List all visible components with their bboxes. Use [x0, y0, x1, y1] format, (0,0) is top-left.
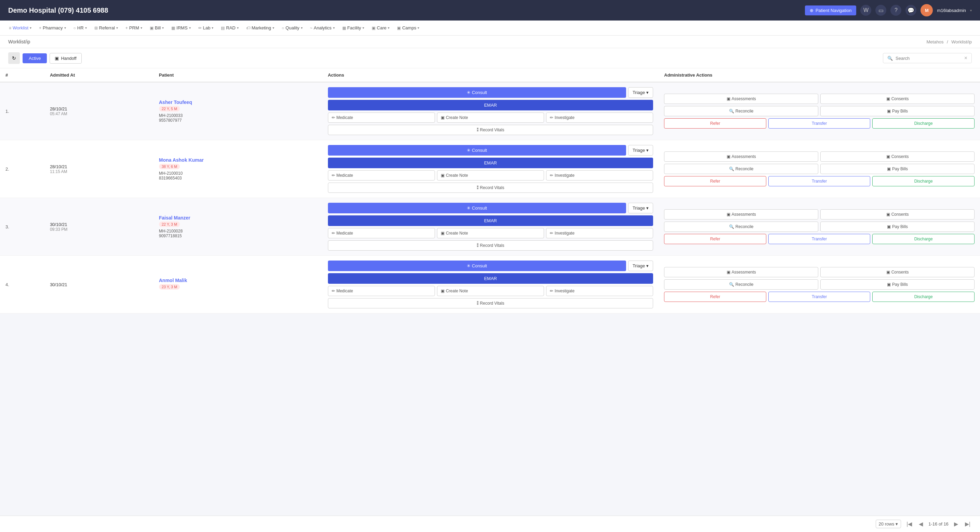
consult-button[interactable]: ✳ Consult	[328, 145, 626, 156]
nav-item-referral[interactable]: ⊞ Referral ▾	[91, 23, 121, 32]
cell-num: 3.	[0, 198, 45, 256]
admin-username[interactable]: m16labsadmin	[937, 8, 966, 13]
transfer-button[interactable]: Transfer	[768, 234, 870, 244]
consult-button[interactable]: ✳ Consult	[328, 87, 626, 98]
breadcrumb-bar: Worklist/ip Metahos / Worklist/ip	[0, 36, 980, 48]
refer-button[interactable]: Refer	[664, 234, 766, 244]
nav-item-marketing[interactable]: 🏷 Marketing ▾	[243, 23, 278, 32]
triage-button[interactable]: Triage ▾	[628, 87, 653, 98]
discharge-button[interactable]: Discharge	[872, 176, 975, 186]
marketing-chevron: ▾	[272, 26, 274, 30]
patient-name[interactable]: Mona Ashok Kumar	[159, 157, 317, 163]
emar-button[interactable]: EMAR	[328, 157, 654, 168]
pay-bills-icon: ▣	[887, 224, 891, 229]
record-vitals-button[interactable]: ⁑ Record Vitals	[328, 183, 654, 193]
active-button[interactable]: Active	[22, 53, 47, 63]
assessments-button[interactable]: ▣Assessments	[664, 151, 818, 162]
create-note-button[interactable]: ▣Create Note	[437, 170, 544, 181]
transfer-button[interactable]: Transfer	[768, 118, 870, 129]
consents-button[interactable]: ▣Consents	[820, 209, 975, 219]
emar-button[interactable]: EMAR	[328, 100, 654, 110]
triage-button[interactable]: Triage ▾	[628, 260, 653, 271]
nav-item-pharmacy[interactable]: + Pharmacy ▾	[35, 23, 69, 32]
consents-icon: ▣	[886, 270, 890, 275]
nav-item-worklist[interactable]: ≡ Worklist ▾	[5, 23, 35, 32]
care-chevron: ▾	[388, 26, 390, 30]
transfer-button[interactable]: Transfer	[768, 292, 870, 302]
avatar[interactable]: M	[921, 4, 933, 16]
reconcile-button[interactable]: 🔍Reconcile	[664, 164, 818, 174]
nav-item-quality[interactable]: ○ Quality ▾	[278, 23, 306, 32]
patient-name[interactable]: Faisal Manzer	[159, 215, 317, 221]
assessments-button[interactable]: ▣Assessments	[664, 267, 818, 277]
discharge-button[interactable]: Discharge	[872, 118, 975, 129]
consents-button[interactable]: ▣Consents	[820, 94, 975, 104]
patient-nav-button[interactable]: ⊕ Patient Navigation	[805, 5, 857, 15]
reconcile-button[interactable]: 🔍Reconcile	[664, 279, 818, 290]
medicate-button[interactable]: ✏Medicate	[328, 170, 435, 181]
reconcile-button[interactable]: 🔍Reconcile	[664, 106, 818, 116]
record-vitals-button[interactable]: ⁑ Record Vitals	[328, 125, 654, 135]
discharge-button[interactable]: Discharge	[872, 292, 975, 302]
nav-item-camps[interactable]: ▣ Camps ▾	[394, 23, 423, 32]
assessments-button[interactable]: ▣Assessments	[664, 209, 818, 219]
nav-item-bill[interactable]: ▣ Bill ▾	[146, 23, 167, 32]
folder-icon[interactable]: ▭	[875, 5, 886, 16]
col-admitted: Admitted At	[45, 68, 154, 82]
cell-admitted: 30/10/21 09:33 PM	[45, 198, 154, 256]
reconcile-icon: 🔍	[729, 282, 734, 287]
consents-button[interactable]: ▣Consents	[820, 151, 975, 162]
create-note-button[interactable]: ▣Create Note	[437, 286, 544, 296]
consult-button[interactable]: ✳ Consult	[328, 260, 626, 271]
investigate-button[interactable]: ✏Investigate	[546, 228, 653, 238]
help-icon[interactable]: ?	[891, 5, 901, 16]
pay-bills-button[interactable]: ▣Pay Bills	[820, 279, 975, 290]
search-clear-icon[interactable]: ×	[964, 55, 967, 61]
medicate-button[interactable]: ✏Medicate	[328, 228, 435, 238]
triage-button[interactable]: Triage ▾	[628, 203, 653, 213]
consult-button[interactable]: ✳ Consult	[328, 203, 626, 213]
nav-item-lab[interactable]: ✏ Lab ▾	[195, 23, 217, 32]
quality-icon: ○	[282, 25, 284, 30]
nav-item-analytics[interactable]: ~ Analytics ▾	[307, 23, 338, 32]
investigate-button[interactable]: ✏Investigate	[546, 113, 653, 123]
create-note-button[interactable]: ▣Create Note	[437, 113, 544, 123]
refer-button[interactable]: Refer	[664, 292, 766, 302]
transfer-button[interactable]: Transfer	[768, 176, 870, 186]
emar-button[interactable]: EMAR	[328, 215, 654, 226]
pay-bills-button[interactable]: ▣Pay Bills	[820, 106, 975, 116]
nav-item-rad[interactable]: ▤ RAD ▾	[218, 23, 242, 32]
medicate-button[interactable]: ✏Medicate	[328, 113, 435, 123]
nav-item-prm[interactable]: + PRM ▾	[122, 23, 146, 32]
assessments-button[interactable]: ▣Assessments	[664, 94, 818, 104]
word-icon[interactable]: W	[860, 5, 871, 16]
pay-bills-button[interactable]: ▣Pay Bills	[820, 164, 975, 174]
patient-name[interactable]: Anmol Malik	[159, 278, 317, 283]
refer-button[interactable]: Refer	[664, 176, 766, 186]
compass-icon: ⊕	[810, 8, 813, 13]
lab-icon: ✏	[198, 25, 202, 30]
record-vitals-button[interactable]: ⁑ Record Vitals	[328, 240, 654, 251]
pay-bills-icon: ▣	[887, 282, 891, 287]
nav-item-irms[interactable]: ▦ IRMS ▾	[168, 23, 194, 32]
search-input[interactable]	[896, 56, 961, 61]
triage-button[interactable]: Triage ▾	[628, 145, 653, 156]
medicate-button[interactable]: ✏Medicate	[328, 286, 435, 296]
pay-bills-button[interactable]: ▣Pay Bills	[820, 222, 975, 232]
refer-button[interactable]: Refer	[664, 118, 766, 129]
create-note-button[interactable]: ▣Create Note	[437, 228, 544, 238]
handoff-button[interactable]: ▣ Handoff	[49, 53, 81, 64]
record-vitals-button[interactable]: ⁑ Record Vitals	[328, 298, 654, 308]
emar-button[interactable]: EMAR	[328, 273, 654, 284]
reconcile-button[interactable]: 🔍Reconcile	[664, 222, 818, 232]
consents-button[interactable]: ▣Consents	[820, 267, 975, 277]
nav-item-care[interactable]: ▣ Care ▾	[368, 23, 393, 32]
investigate-button[interactable]: ✏Investigate	[546, 170, 653, 181]
nav-item-facility[interactable]: ▦ Facility ▾	[339, 23, 368, 32]
patient-name[interactable]: Asher Toufeeq	[159, 100, 317, 105]
discharge-button[interactable]: Discharge	[872, 234, 975, 244]
message-icon[interactable]: 💬	[905, 5, 916, 16]
refresh-button[interactable]: ↻	[8, 52, 20, 64]
nav-item-hr[interactable]: ○ HR ▾	[70, 23, 90, 32]
investigate-button[interactable]: ✏Investigate	[546, 286, 653, 296]
